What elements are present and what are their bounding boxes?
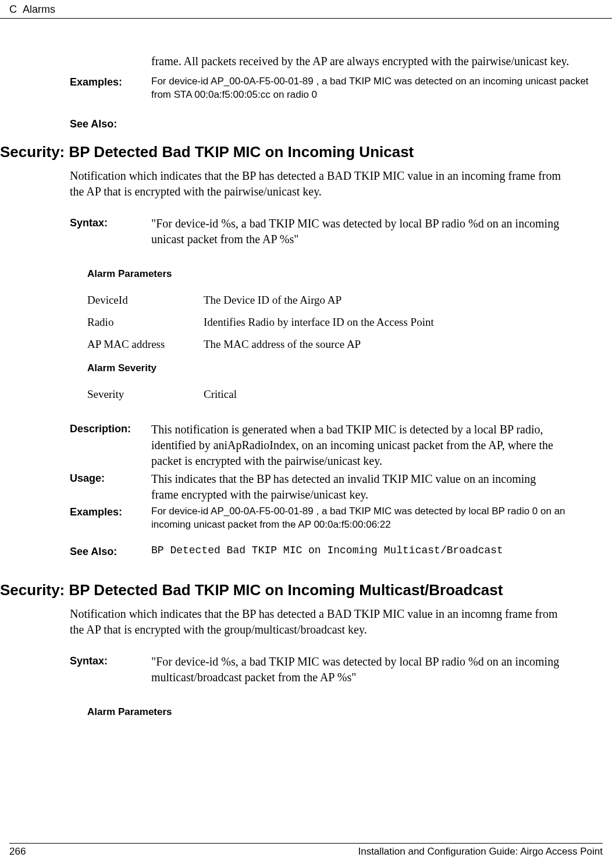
description-label: Description:	[70, 422, 151, 469]
description-text: This notification is generated when a ba…	[151, 422, 565, 469]
examples-label: Examples:	[70, 75, 151, 102]
description-block: Description: This notification is genera…	[70, 422, 565, 558]
see-also-text: BP Detected Bad TKIP MIC on Incoming Mul…	[151, 545, 565, 558]
footer-guide: Installation and Configuration Guide: Ai…	[358, 846, 603, 858]
continued-paragraph: frame. All packets received by the AP ar…	[151, 54, 589, 69]
alarm-parameters-block: Alarm Parameters DeviceIdThe Device ID o…	[87, 268, 565, 405]
table-row: RadioIdentifies Radio by interface ID on…	[87, 311, 565, 333]
alarm-parameters-block: Alarm Parameters	[87, 706, 565, 718]
table-row: DeviceIdThe Device ID of the Airgo AP	[87, 289, 565, 311]
syntax-text: "For device-id %s, a bad TKIP MIC was de…	[151, 654, 565, 685]
usage-label: Usage:	[70, 471, 151, 503]
syntax-row: Syntax: "For device-id %s, a bad TKIP MI…	[70, 216, 565, 247]
examples-row: Examples: For device-id AP_00-0A-F5-00-0…	[70, 75, 589, 102]
syntax-label: Syntax:	[70, 216, 151, 247]
page-header: CAlarms	[0, 0, 612, 19]
see-also-label: See Also:	[70, 117, 151, 130]
section-intro: Notification which indicates that the BP…	[70, 168, 565, 200]
syntax-row: Syntax: "For device-id %s, a bad TKIP MI…	[70, 654, 565, 685]
usage-text: This indicates that the BP has detected …	[151, 471, 565, 503]
page-number: 266	[9, 846, 26, 858]
see-also-label: See Also:	[70, 545, 151, 558]
alarm-parameters-heading: Alarm Parameters	[87, 706, 565, 718]
syntax-label: Syntax:	[70, 654, 151, 685]
examples-label: Examples:	[70, 505, 151, 532]
section-intro: Notification which indicates that the BP…	[70, 606, 565, 638]
alarm-parameters-heading: Alarm Parameters	[87, 268, 565, 280]
alarm-parameters-table: DeviceIdThe Device ID of the Airgo AP Ra…	[87, 289, 565, 355]
page-footer: 266 Installation and Configuration Guide…	[9, 843, 603, 858]
syntax-text: "For device-id %s, a bad TKIP MIC was de…	[151, 216, 565, 247]
section-heading-multicast: Security: BP Detected Bad TKIP MIC on In…	[0, 581, 589, 599]
table-row: AP MAC addressThe MAC address of the sou…	[87, 333, 565, 355]
table-row: SeverityCritical	[87, 383, 565, 405]
examples-text: For device-id AP_00-0A-F5-00-01-89 , a b…	[151, 75, 589, 102]
alarm-severity-table: SeverityCritical	[87, 383, 565, 405]
section-heading-unicast: Security: BP Detected Bad TKIP MIC on In…	[0, 143, 589, 161]
header-chapter: CAlarms	[9, 3, 55, 16]
see-also-row: See Also:	[70, 117, 589, 130]
examples-text: For device-id AP_00-0A-F5-00-01-89 , a b…	[151, 505, 565, 532]
alarm-severity-heading: Alarm Severity	[87, 362, 565, 374]
